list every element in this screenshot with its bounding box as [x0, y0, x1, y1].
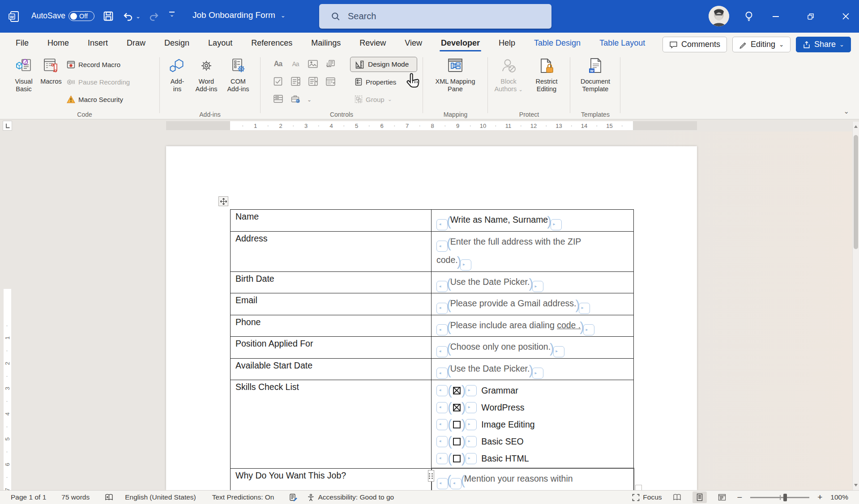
zoom-out-button[interactable]: − [737, 492, 743, 503]
content-control-end-tag[interactable]: ► [466, 419, 477, 430]
row-value-cell[interactable]: ◄(Enter the full address with the ZIP co… [432, 231, 634, 271]
plain-text-content-control-icon[interactable]: Aa [290, 59, 301, 69]
row-label-cell[interactable]: Position Applied For [231, 337, 432, 359]
macros-button[interactable]: Macros [38, 55, 64, 85]
proofing-errors-icon[interactable] [105, 494, 113, 501]
com-addins-button[interactable]: COM Add-ins [224, 55, 252, 93]
language-indicator[interactable]: English (United States) [125, 493, 196, 501]
save-button[interactable] [103, 11, 114, 21]
row-value-cell[interactable]: ◄(Please provide a Gmail address.)► [432, 293, 634, 315]
row-label-cell[interactable]: Skills Check List [231, 380, 432, 469]
content-control[interactable]: ◄(Use the Date Picker.)► [436, 360, 629, 379]
legacy-tools-icon[interactable] [290, 93, 301, 104]
tab-selector[interactable] [3, 121, 12, 131]
content-control-start-tag[interactable]: ◄ [436, 436, 448, 447]
scroll-up-arrow[interactable] [854, 125, 858, 128]
content-control-end-tag[interactable]: ► [466, 385, 477, 396]
restrict-editing-button[interactable]: Restrict Editing [531, 55, 562, 93]
document-title[interactable]: Job Onboarding Form ⌄ [192, 10, 286, 20]
tab-layout[interactable]: Layout [199, 34, 242, 54]
row-value-cell[interactable]: ◄(Use the Date Picker.)► [432, 358, 634, 380]
share-button[interactable]: Share ⌄ [796, 37, 851, 52]
content-control-end-tag[interactable]: ► [466, 453, 477, 464]
checkbox[interactable] [453, 455, 461, 462]
checkbox[interactable] [453, 387, 461, 394]
vertical-ruler[interactable]: 12345678910··········· [4, 289, 11, 504]
user-avatar[interactable] [709, 6, 729, 26]
skills-checkbox-row[interactable]: ◄()►Image Editing [436, 416, 629, 433]
skills-checkbox-row[interactable]: ◄()►Grammar [436, 382, 629, 399]
autosave-toggle[interactable]: Off [68, 11, 94, 21]
repeating-section-content-control-icon[interactable] [272, 93, 284, 104]
row-value-cell[interactable]: ◄(Use the Date Picker.)► [432, 271, 634, 293]
tab-developer[interactable]: Developer [432, 34, 489, 54]
dropdown-list-content-control-icon[interactable] [307, 76, 319, 87]
content-control-end-tag[interactable]: ► [551, 219, 562, 230]
lightbulb-icon[interactable] [743, 10, 755, 22]
content-control-start-tag[interactable]: ◄ [436, 281, 448, 292]
content-control-start-tag[interactable]: ◄ [436, 453, 448, 464]
content-control-start-tag[interactable]: ◄ [436, 385, 448, 396]
row-value-cell[interactable]: ◄()►Grammar ◄()►WordPress ◄()►Image Edit… [432, 380, 634, 469]
focus-button[interactable]: Focus [632, 493, 662, 501]
content-control-end-tag[interactable]: ► [579, 303, 590, 314]
tab-review[interactable]: Review [350, 34, 395, 54]
row-label-cell[interactable]: Available Start Date [231, 358, 432, 380]
comments-button[interactable]: Comments [662, 37, 727, 52]
collapse-ribbon-chevron-icon[interactable]: ⌄ [843, 107, 849, 115]
checkbox-content-control-icon[interactable] [272, 76, 284, 87]
content-control-start-tag[interactable]: ◄ [436, 368, 448, 379]
read-mode-button[interactable] [670, 491, 684, 503]
content-control[interactable]: ◄(Choose only one position.)► [436, 339, 629, 357]
word-count[interactable]: 75 words [61, 493, 90, 501]
zoom-slider[interactable] [750, 497, 809, 498]
tab-references[interactable]: References [242, 34, 302, 54]
content-control[interactable]: ◄(Please provide a Gmail address.)► [436, 295, 629, 314]
skills-checkbox-row[interactable]: ◄()►Basic HTML [436, 450, 629, 467]
content-control[interactable]: ◄(Please include area dialing code .)► [436, 317, 629, 336]
date-picker-content-control-icon[interactable] [325, 76, 336, 87]
content-control-end-tag[interactable]: ► [466, 436, 477, 447]
redo-button[interactable] [149, 11, 160, 22]
skills-checkbox-row[interactable]: ◄()►Basic SEO [436, 433, 629, 450]
properties-button[interactable]: Properties [355, 78, 396, 86]
scroll-down-arrow[interactable] [854, 484, 858, 487]
rich-text-content-control-icon[interactable]: Aa [272, 59, 284, 69]
print-layout-button[interactable] [692, 491, 707, 503]
customize-quick-access-icon[interactable]: ⌄ [169, 12, 175, 17]
onboarding-form-table[interactable]: Name ◄(Write as Name, Surname)► Address … [230, 209, 634, 504]
content-control-start-tag[interactable]: ◄ [436, 419, 448, 430]
row-value-cell[interactable]: ◄(Choose only one position.)► [432, 337, 634, 359]
table-move-handle[interactable] [218, 196, 228, 206]
undo-dropdown-chevron-icon[interactable]: ⌄ [136, 13, 141, 20]
undo-button[interactable] [122, 11, 133, 22]
row-label-cell[interactable]: Email [231, 293, 432, 315]
content-control-start-tag[interactable]: ◄ [436, 324, 448, 335]
tab-file[interactable]: File [6, 34, 38, 54]
scrollbar-thumb[interactable] [854, 135, 858, 249]
content-control-start-tag[interactable]: ◄ [436, 219, 448, 230]
content-control-start-tag[interactable]: ◄ [436, 402, 448, 413]
search-bar[interactable] [319, 4, 551, 29]
horizontal-ruler[interactable]: 123456789101112131415················ [0, 119, 859, 131]
content-control-end-tag[interactable]: ► [553, 346, 564, 357]
content-control-end-tag[interactable]: ► [583, 324, 594, 335]
tab-home[interactable]: Home [38, 34, 78, 54]
skills-checkbox-row[interactable]: ◄()►WordPress [436, 399, 629, 416]
tab-insert[interactable]: Insert [78, 34, 117, 54]
editor-icon[interactable] [289, 493, 297, 501]
document-canvas[interactable]: 12345678910··········· Name ◄(Write as N… [0, 131, 859, 490]
page-indicator[interactable]: Page 1 of 1 [11, 493, 46, 501]
document-page[interactable]: Name ◄(Write as Name, Surname)► Address … [166, 146, 697, 490]
zoom-level[interactable]: 100% [830, 493, 848, 501]
content-control-start-tag[interactable]: ◄ [437, 478, 448, 489]
text-predictions-indicator[interactable]: Text Predictions: On [212, 493, 274, 501]
word-addins-button[interactable]: Word Add-ins [192, 55, 221, 93]
accessibility-status[interactable]: Accessibility: Good to go [307, 493, 394, 501]
legacy-tools-chevron-icon[interactable]: ⌄ [303, 94, 315, 105]
visual-basic-button[interactable]: Visual Basic [11, 55, 37, 93]
close-button[interactable] [833, 0, 858, 33]
content-control-end-tag[interactable]: ► [532, 281, 543, 292]
macro-security-button[interactable]: Macro Security [67, 95, 123, 104]
tab-table-design[interactable]: Table Design [525, 34, 590, 54]
